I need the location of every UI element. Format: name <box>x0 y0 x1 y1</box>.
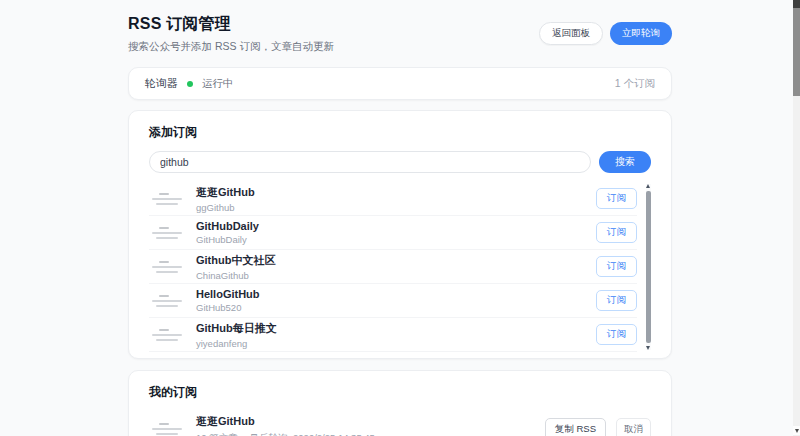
poller-status-card: 轮询器 运行中 1 个订阅 <box>128 67 672 100</box>
page-scrollbar[interactable] <box>793 0 800 436</box>
account-avatar <box>149 224 185 241</box>
search-results-list: 逛逛GitHub ggGithub 订阅 GitHubDaily GitHubD… <box>149 182 651 352</box>
result-account: ggGithub <box>196 202 585 213</box>
page-title: RSS 订阅管理 <box>128 14 334 35</box>
subscription-row: 逛逛GitHub 10 篇文章 最后轮询: 2026/2/25 14:35:45… <box>149 411 651 436</box>
status-dot-icon <box>187 81 193 87</box>
results-scrollbar-thumb[interactable] <box>646 191 651 343</box>
search-row: 搜索 <box>149 151 651 173</box>
my-section-title: 我的订阅 <box>149 384 651 401</box>
poll-now-button[interactable]: 立即轮询 <box>610 22 672 45</box>
result-name: Github中文社区 <box>196 253 585 268</box>
subscription-count: 1 个订阅 <box>615 77 655 91</box>
page-scroll-down-icon[interactable] <box>793 426 800 435</box>
main-content: RSS 订阅管理 搜索公众号并添加 RSS 订阅，文章自动更新 返回面板 立即轮… <box>128 0 672 436</box>
header-actions: 返回面板 立即轮询 <box>539 22 672 45</box>
poller-label: 轮询器 <box>145 76 178 91</box>
subscribe-button[interactable]: 订阅 <box>596 290 637 311</box>
account-avatar <box>149 292 185 309</box>
scroll-down-icon[interactable] <box>646 346 650 350</box>
subscribe-button[interactable]: 订阅 <box>596 256 637 277</box>
subscribe-button[interactable]: 订阅 <box>596 222 637 243</box>
poller-state: 运行中 <box>202 77 234 91</box>
result-row: Github中文社区 ChinaGithub 订阅 <box>149 250 637 284</box>
account-avatar <box>149 421 185 436</box>
result-account: yiyedanfeng <box>196 338 585 349</box>
result-name: HelloGitHub <box>196 288 585 300</box>
page-scrollbar-thumb[interactable] <box>793 8 800 96</box>
result-account: ChinaGithub <box>196 270 585 281</box>
result-row: GitHub每日推文 yiyedanfeng 订阅 <box>149 318 637 352</box>
scroll-up-icon[interactable] <box>646 184 650 188</box>
result-row: HelloGitHub GitHub520 订阅 <box>149 284 637 318</box>
result-name: GitHub每日推文 <box>196 321 585 336</box>
results-scrollbar[interactable] <box>646 184 651 350</box>
subscription-meta: 10 篇文章 最后轮询: 2026/2/25 14:35:45 <box>196 432 534 436</box>
result-name: 逛逛GitHub <box>196 185 585 200</box>
result-row: GitHubDaily GitHubDaily 订阅 <box>149 216 637 250</box>
poller-status: 轮询器 运行中 <box>145 76 234 91</box>
article-count: 10 篇文章 <box>196 432 238 436</box>
result-account: GitHub520 <box>196 302 585 313</box>
add-subscription-card: 添加订阅 搜索 逛逛GitHub ggGithub 订阅 GitHubDaily… <box>128 110 672 359</box>
subscribe-button[interactable]: 订阅 <box>596 188 637 209</box>
last-poll-time: 最后轮询: 2026/2/25 14:35:45 <box>250 432 375 436</box>
account-avatar <box>149 190 185 207</box>
page-header: RSS 订阅管理 搜索公众号并添加 RSS 订阅，文章自动更新 返回面板 立即轮… <box>128 14 672 54</box>
my-subscriptions-card: 我的订阅 逛逛GitHub 10 篇文章 最后轮询: 2026/2/25 14:… <box>128 370 672 436</box>
search-input[interactable] <box>149 151 591 173</box>
subscribe-button[interactable]: 订阅 <box>596 324 637 345</box>
cancel-subscription-button[interactable]: 取消 <box>616 418 651 436</box>
subscription-actions: 复制 RSS 取消 <box>545 418 651 436</box>
search-button[interactable]: 搜索 <box>599 151 651 173</box>
account-avatar <box>149 326 185 343</box>
copy-rss-button[interactable]: 复制 RSS <box>545 418 606 436</box>
result-account: GitHubDaily <box>196 234 585 245</box>
page-subtitle: 搜索公众号并添加 RSS 订阅，文章自动更新 <box>128 40 334 54</box>
account-avatar <box>149 258 185 275</box>
header-titles: RSS 订阅管理 搜索公众号并添加 RSS 订阅，文章自动更新 <box>128 14 334 54</box>
page-scroll-up-icon[interactable] <box>793 0 800 8</box>
subscription-name: 逛逛GitHub <box>196 414 534 429</box>
back-to-panel-button[interactable]: 返回面板 <box>539 22 603 45</box>
result-row: 逛逛GitHub ggGithub 订阅 <box>149 182 637 216</box>
add-section-title: 添加订阅 <box>149 124 651 141</box>
result-name: GitHubDaily <box>196 220 585 232</box>
